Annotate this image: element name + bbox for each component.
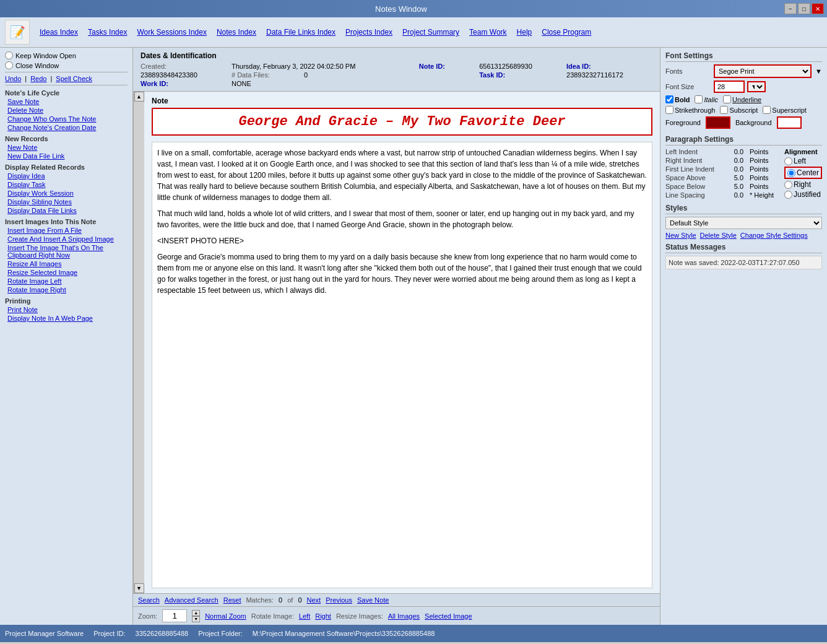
title-bar: Notes Window − □ ✕ [0, 0, 827, 17]
note-title[interactable]: George And Gracie – My Two Favorite Deer [238, 114, 565, 129]
sidebar-insert-clipboard-image[interactable]: Insert The Image That's On The Clipboard… [5, 244, 128, 259]
zoom-down-btn[interactable]: ▼ [192, 616, 200, 622]
minimize-button[interactable]: − [784, 3, 797, 14]
first-line-indent-label: First Line Indent [665, 165, 721, 173]
data-files-label: # Data Files: [232, 71, 299, 79]
align-center-label: Center [797, 168, 819, 177]
sidebar-display-sibling-notes[interactable]: Display Sibling Notes [5, 198, 128, 206]
sidebar-insert-image-from-file[interactable]: Insert Image From A File [5, 227, 128, 234]
delete-style-button[interactable]: Delete Style [700, 232, 737, 239]
sidebar-display-data-file-links[interactable]: Display Data File Links [5, 207, 128, 214]
align-right-radio[interactable]: Right [784, 180, 822, 189]
search-button[interactable]: Search [138, 596, 160, 604]
menu-close-program[interactable]: Close Program [537, 27, 596, 38]
header-grid: Created: Thursday, February 3, 2022 04:0… [141, 63, 652, 87]
font-size-dropdown[interactable]: ▼ [747, 81, 766, 92]
align-justified-input[interactable] [784, 191, 792, 199]
sidebar-display-work-session[interactable]: Display Work Session [5, 189, 128, 197]
strikethrough-checkbox[interactable] [665, 106, 673, 114]
italic-checkbox[interactable] [695, 95, 703, 103]
sidebar-new-data-file-link[interactable]: New Data File Link [5, 152, 128, 160]
selected-image-button[interactable]: Selected Image [425, 612, 472, 620]
background-color-box[interactable] [777, 116, 802, 129]
undo-button[interactable]: Undo [5, 75, 21, 82]
new-style-button[interactable]: New Style [665, 232, 696, 239]
zoom-up-btn[interactable]: ▲ [192, 610, 200, 616]
menu-ideas-index[interactable]: Ideas Index [35, 27, 83, 38]
close-window-input[interactable] [5, 61, 13, 69]
all-images-button[interactable]: All Images [388, 612, 420, 620]
note-body[interactable]: I live on a small, comfortable, acerage … [152, 142, 652, 588]
align-left-radio[interactable]: Left [784, 157, 822, 165]
sidebar-print-note[interactable]: Print Note [5, 306, 128, 313]
subscript-checkbox[interactable] [720, 106, 728, 114]
separator: | [25, 75, 27, 82]
align-justified-radio[interactable]: Justified [784, 190, 822, 199]
sidebar-display-task[interactable]: Display Task [5, 181, 128, 188]
font-size-input[interactable] [714, 80, 745, 93]
next-button[interactable]: Next [307, 596, 321, 604]
previous-button[interactable]: Previous [326, 596, 352, 604]
new-records-title: New Records [5, 135, 128, 142]
superscript-checkbox[interactable] [763, 106, 771, 114]
note-label: Note [152, 97, 652, 105]
align-center-radio[interactable]: Center [784, 167, 822, 179]
spell-check-button[interactable]: Spell Check [56, 75, 92, 82]
zoom-input[interactable] [162, 609, 187, 622]
save-note-search-bar[interactable]: Save Note [357, 596, 389, 604]
sidebar-rotate-image-right[interactable]: Rotate Image Right [5, 286, 128, 294]
align-center-input[interactable] [787, 169, 795, 177]
subscript-label: Subscript [729, 107, 758, 114]
bold-checkbox[interactable] [665, 95, 673, 103]
main-layout: Keep Window Open Close Window Undo | Red… [0, 48, 827, 625]
scroll-up-btn[interactable]: ▲ [134, 92, 144, 102]
of-label: of [287, 596, 293, 604]
underline-checkbox[interactable] [723, 95, 731, 103]
reset-button[interactable]: Reset [223, 596, 241, 604]
menu-projects-index[interactable]: Projects Index [340, 27, 397, 38]
font-size-row: Font Size ▼ [665, 80, 822, 93]
menu-team-work[interactable]: Team Work [464, 27, 511, 38]
foreground-color-box[interactable] [706, 116, 730, 129]
scroll-down-btn[interactable]: ▼ [134, 583, 144, 593]
superscript-label: Superscript [772, 107, 807, 114]
sidebar-change-creation-date[interactable]: Change Note's Creation Date [5, 124, 128, 131]
sidebar-resize-selected-image[interactable]: Resize Selected Image [5, 269, 128, 276]
menu-data-file-links-index[interactable]: Data File Links Index [261, 27, 340, 38]
menu-tasks-index[interactable]: Tasks Index [83, 27, 132, 38]
sidebar-new-note[interactable]: New Note [5, 144, 128, 151]
redo-button[interactable]: Redo [30, 75, 46, 82]
menu-help[interactable]: Help [512, 27, 537, 38]
note-id-label: Note ID: [419, 63, 474, 70]
menu-notes-index[interactable]: Notes Index [212, 27, 261, 38]
sidebar-change-owner[interactable]: Change Who Owns The Note [5, 115, 128, 123]
font-family-select[interactable]: Segoe Print [714, 64, 812, 78]
maximize-button[interactable]: □ [798, 3, 810, 14]
rotate-right-button[interactable]: Right [315, 612, 331, 620]
align-right-input[interactable] [784, 181, 792, 189]
align-left-input[interactable] [784, 157, 792, 165]
sidebar-resize-all-images[interactable]: Resize All Images [5, 260, 128, 268]
strikethrough-label: Strikethrough [675, 107, 715, 114]
styles-title: Styles [665, 204, 822, 214]
sidebar-display-note-web[interactable]: Display Note In A Web Page [5, 315, 128, 322]
menu-work-sessions-index[interactable]: Work Sessions Index [132, 27, 212, 38]
styles-select[interactable]: Default Style [665, 217, 822, 229]
advanced-search-button[interactable]: Advanced Search [165, 596, 219, 604]
close-button[interactable]: ✕ [812, 3, 824, 14]
sidebar-create-insert-snipped[interactable]: Create And Insert A Snipped Image [5, 235, 128, 243]
sidebar-delete-note[interactable]: Delete Note [5, 107, 128, 114]
rotate-left-button[interactable]: Left [299, 612, 310, 620]
sidebar-display-idea[interactable]: Display Idea [5, 172, 128, 180]
keep-window-open-input[interactable] [5, 51, 13, 59]
sidebar-rotate-image-left[interactable]: Rotate Image Left [5, 277, 128, 285]
keep-window-open-radio[interactable]: Keep Window Open [5, 51, 128, 59]
title-bar-controls: − □ ✕ [784, 3, 824, 14]
right-indent-label: Right Indent [665, 157, 721, 164]
scroll-track[interactable] [134, 102, 144, 583]
sidebar-save-note[interactable]: Save Note [5, 98, 128, 105]
menu-project-summary[interactable]: Project Summary [397, 27, 464, 38]
close-window-radio[interactable]: Close Window [5, 61, 128, 69]
change-style-settings-button[interactable]: Change Style Settings [740, 232, 808, 239]
normal-zoom-button[interactable]: Normal Zoom [205, 612, 246, 620]
